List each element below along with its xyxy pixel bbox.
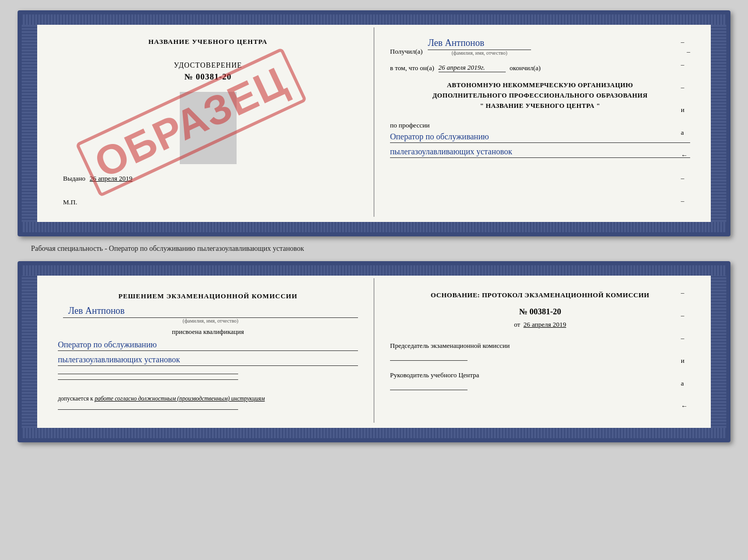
resheniem-text: Решением экзаменационной комиссии xyxy=(58,291,358,301)
udostoverenie-title: УДОСТОВЕРЕНИЕ xyxy=(58,61,358,70)
profession-name1: Оператор по обслуживанию xyxy=(390,132,690,143)
ot-label: от xyxy=(514,321,520,328)
right-dashes: – – – и а ← – – – – – – xyxy=(681,38,688,236)
po-professii-block: по профессии Оператор по обслуживанию пы… xyxy=(390,121,690,158)
org-line2: ДОПОЛНИТЕЛЬНОГО ПРОФЕССИОНАЛЬНОГО ОБРАЗО… xyxy=(390,90,690,101)
poluchil-label: Получил(а) xyxy=(390,47,423,56)
vtom-line: в том, что он(а) 26 апреля 2019г. окончи… xyxy=(390,63,690,72)
document-bottom: Решением экзаменационной комиссии Лев Ан… xyxy=(18,261,730,442)
spine-top-2 xyxy=(22,265,726,276)
right-page-top: – – – и а ← – – – – – – Получил(а) Лев А… xyxy=(375,27,706,217)
between-label: Рабочая специальность - Оператор по обсл… xyxy=(10,245,304,253)
photo-placeholder xyxy=(180,92,237,164)
rukovoditel-block: Руководитель учебного Центра xyxy=(390,371,690,390)
org-line1: АВТОНОМНУЮ НЕКОММЕРЧЕСКУЮ ОРГАНИЗАЦИЮ xyxy=(390,80,690,90)
chairman-signature-line xyxy=(390,360,467,361)
vydano-date: 26 апреля 2019 xyxy=(90,174,133,182)
person-name-bottom: Лев Антпонов xyxy=(63,306,358,318)
okonchil-date: 26 апреля 2019г. xyxy=(439,63,506,72)
right-dashes-2: – – – и а ← – – – – – – xyxy=(681,289,688,442)
dopusk-text: работе согласно должностным (производств… xyxy=(95,395,264,402)
spine-left xyxy=(22,14,37,232)
udostoverenie-number: № 00381-20 xyxy=(58,72,358,82)
okonchil-label: окончил(а) xyxy=(510,64,541,72)
school-name-title: НАЗВАНИЕ УЧЕБНОГО ЦЕНТРА xyxy=(58,38,358,46)
osnovaniye-label: Основание: протокол экзаменационной коми… xyxy=(390,291,690,299)
profession-name2: пылегазоулавливающих установок xyxy=(390,147,690,158)
fio-label-bottom: (фамилия, имя, отчество) xyxy=(63,318,358,324)
vydano-label: Выдано xyxy=(63,174,85,182)
bottom-left-page: Решением экзаменационной комиссии Лев Ан… xyxy=(42,278,375,423)
ot-date-block: от 26 апреля 2019 xyxy=(390,321,690,329)
prisvoena-label: присвоена квалификация xyxy=(58,328,358,336)
udostoverenie-block: УДОСТОВЕРЕНИЕ № 00381-20 xyxy=(58,61,358,82)
spine-bottom-2 xyxy=(22,428,726,438)
qualification-name1: Оператор по обслуживанию xyxy=(58,340,358,351)
received-line: Получил(а) Лев Антпонов (фамилия, имя, о… xyxy=(390,38,690,56)
dopuskaetsya-label: допускается к xyxy=(58,395,93,402)
mp-line: М.П. xyxy=(58,198,358,206)
spine-left-2 xyxy=(22,265,37,438)
rukovoditel-label: Руководитель учебного Центра xyxy=(390,371,690,379)
document-top: НАЗВАНИЕ УЧЕБНОГО ЦЕНТРА ОБРАЗЕЦ УДОСТОВ… xyxy=(18,10,730,236)
spine-right xyxy=(711,14,726,232)
person-name-top: Лев Антпонов xyxy=(428,38,531,50)
spine-right-2 xyxy=(711,265,726,438)
chairman-label: Председатель экзаменационной комиссии xyxy=(390,342,690,350)
org-block: АВТОНОМНУЮ НЕКОММЕРЧЕСКУЮ ОРГАНИЗАЦИЮ ДО… xyxy=(390,80,690,111)
protocol-number: № 00381-20 xyxy=(390,307,690,316)
po-professii-label: по профессии xyxy=(390,121,430,129)
chairman-block: Председатель экзаменационной комиссии xyxy=(390,342,690,361)
dopuskaetsya-block: допускается к работе согласно должностны… xyxy=(58,395,358,402)
left-page-top: НАЗВАНИЕ УЧЕБНОГО ЦЕНТРА ОБРАЗЕЦ УДОСТОВ… xyxy=(42,27,375,217)
fio-label-top: (фамилия, имя, отчество) xyxy=(428,50,531,56)
rukovoditel-signature-line xyxy=(390,390,467,390)
ot-date-value: 26 апреля 2019 xyxy=(523,321,566,328)
spine-bottom xyxy=(22,222,726,232)
org-line3: " НАЗВАНИЕ УЧЕБНОГО ЦЕНТРА " xyxy=(390,101,690,111)
spine-top xyxy=(22,14,726,25)
vtom-label: в том, что он(а) xyxy=(390,64,434,72)
vydano-line: Выдано 26 апреля 2019 xyxy=(58,174,358,183)
qualification-name2: пылегазоулавливающих установок xyxy=(58,355,358,366)
bottom-right-page: – – – и а ← – – – – – – Основание: прото… xyxy=(375,278,706,423)
